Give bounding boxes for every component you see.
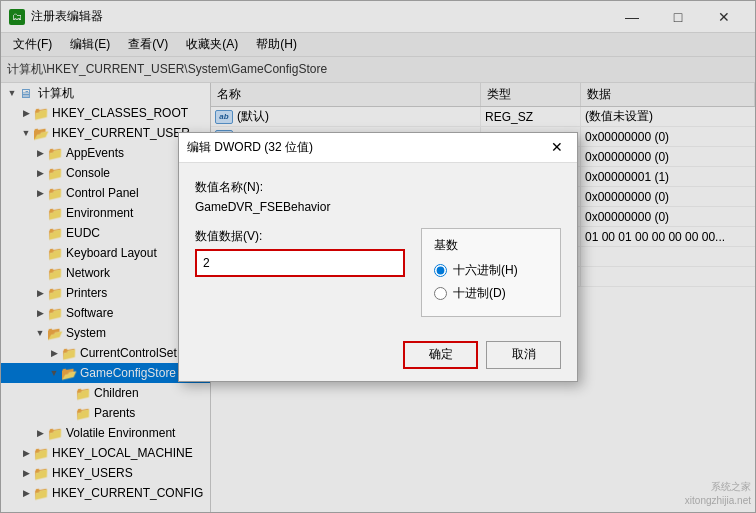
modal-overlay: 编辑 DWORD (32 位值) ✕ 数值名称(N): GameDVR_FSEB… [1, 1, 755, 512]
main-window: 🗂 注册表编辑器 — □ ✕ 文件(F) 编辑(E) 查看(V) 收藏夹(A) … [0, 0, 756, 513]
base-group: 基数 十六进制(H) 十进制(D) [421, 228, 561, 317]
hex-label: 十六进制(H) [453, 262, 518, 279]
ok-button[interactable]: 确定 [403, 341, 478, 369]
hex-radio-row[interactable]: 十六进制(H) [434, 262, 548, 279]
dialog-titlebar: 编辑 DWORD (32 位值) ✕ [179, 133, 577, 163]
dialog-right: 基数 十六进制(H) 十进制(D) [421, 228, 561, 317]
dialog-row: 数值数据(V): 基数 十六进制(H) 十进制(D) [195, 228, 561, 317]
name-value-display: GameDVR_FSEBehavior [195, 200, 561, 214]
dialog-body: 数值名称(N): GameDVR_FSEBehavior 数值数据(V): 基数… [179, 163, 577, 333]
name-label: 数值名称(N): [195, 179, 561, 196]
dword-dialog: 编辑 DWORD (32 位值) ✕ 数值名称(N): GameDVR_FSEB… [178, 132, 578, 382]
dialog-footer: 确定 取消 [179, 333, 577, 381]
data-label: 数值数据(V): [195, 228, 405, 245]
cancel-button[interactable]: 取消 [486, 341, 561, 369]
dialog-close-button[interactable]: ✕ [545, 135, 569, 159]
watermark: 系统之家 xitongzhijia.net [685, 480, 751, 508]
dialog-left: 数值数据(V): [195, 228, 405, 277]
base-label: 基数 [434, 237, 548, 254]
dec-label: 十进制(D) [453, 285, 506, 302]
data-value-input[interactable] [195, 249, 405, 277]
dec-radio[interactable] [434, 287, 447, 300]
dec-radio-row[interactable]: 十进制(D) [434, 285, 548, 302]
hex-radio[interactable] [434, 264, 447, 277]
dialog-title: 编辑 DWORD (32 位值) [187, 139, 313, 156]
